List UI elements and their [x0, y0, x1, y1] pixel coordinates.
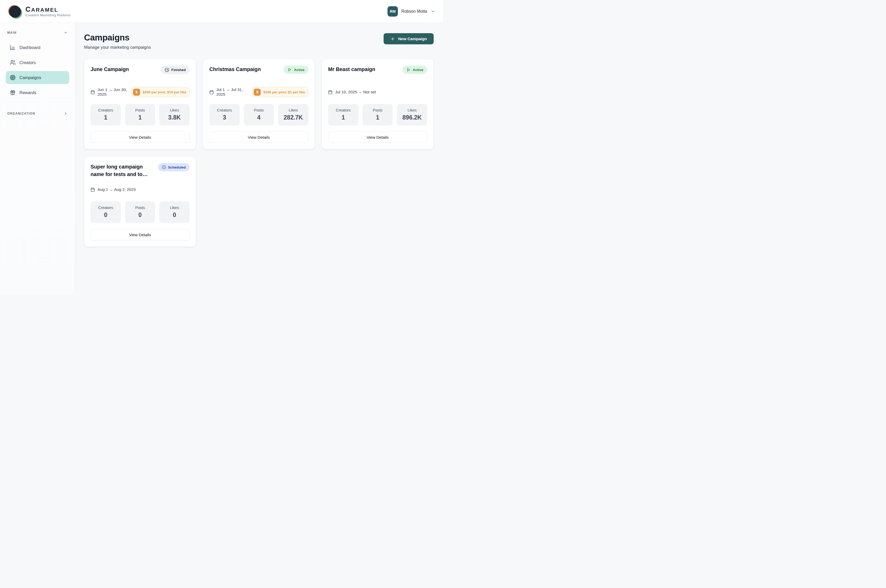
stat-likes: Likes 282.7K: [278, 104, 308, 126]
status-badge: Finished: [161, 66, 189, 74]
stat-label-likes: Likes: [161, 206, 188, 210]
check-circle-icon: [165, 68, 169, 72]
stat-label-creators: Creators: [93, 206, 119, 210]
stat-value-posts: 4: [246, 114, 272, 121]
stat-posts: Posts 4: [244, 104, 274, 126]
dollar-icon: $: [254, 88, 261, 96]
rate-text: $100 per post, $1 per like: [263, 90, 305, 94]
sidebar-item-campaigns[interactable]: Campaigns: [6, 71, 69, 84]
rate-text: $250 per post, $10 per like: [143, 90, 186, 94]
main-content: Campaigns Manage your marketing campaign…: [75, 23, 443, 294]
stat-value-creators: 1: [330, 114, 356, 121]
view-details-button[interactable]: View Details: [328, 132, 427, 143]
status-label: Scheduled: [168, 165, 186, 169]
calendar-icon: [90, 90, 95, 94]
stat-label-creators: Creators: [330, 108, 356, 112]
brand-logo: Caramel Creators Marketing Platform: [8, 4, 71, 18]
gift-icon: [10, 90, 15, 95]
bar-chart-icon: [10, 45, 15, 50]
campaign-title: Mr Beast campaign: [328, 66, 375, 73]
user-menu[interactable]: RM Robson Motta: [387, 6, 435, 16]
status-badge: Active: [402, 66, 427, 74]
campaign-dates: Jun 1 → Jun 30, 2025: [98, 87, 129, 97]
stat-label-posts: Posts: [127, 206, 153, 210]
stat-label-creators: Creators: [212, 108, 237, 112]
page-subtitle: Manage your marketing campaigns: [84, 45, 151, 50]
stat-label-likes: Likes: [280, 108, 306, 112]
stat-likes: Likes 896.2K: [397, 104, 427, 126]
stat-creators: Creators 1: [328, 104, 359, 126]
sidebar-section-organization[interactable]: ORGANIZATION: [6, 111, 69, 116]
stat-likes: Likes 3.8K: [159, 104, 189, 126]
campaign-dates: Jul 1 → Jul 31, 2025: [216, 87, 249, 97]
stat-creators: Creators 3: [209, 104, 240, 126]
rate-pill: $ $250 per post, $10 per like: [131, 87, 189, 97]
stat-value-posts: 1: [127, 114, 153, 121]
campaign-card: Mr Beast campaign Active Jul 10, 2025 → …: [321, 59, 434, 149]
sidebar-item-label: Rewards: [20, 90, 36, 95]
campaign-dates: Aug 1 → Aug 2, 2025: [98, 187, 136, 192]
sidebar-item-dashboard[interactable]: Dashboard: [6, 41, 69, 54]
user-name: Robson Motta: [401, 9, 427, 14]
new-campaign-label: New Campaign: [398, 36, 427, 41]
campaign-card: Super long campaign name for tests and t…: [84, 157, 196, 247]
chevron-down-icon: [63, 31, 68, 35]
stat-label-posts: Posts: [127, 108, 153, 112]
view-details-button[interactable]: View Details: [209, 132, 308, 143]
status-badge: Scheduled: [158, 163, 189, 171]
plus-icon: [390, 36, 395, 41]
stat-label-posts: Posts: [246, 108, 272, 112]
new-campaign-button[interactable]: New Campaign: [384, 33, 434, 44]
status-label: Active: [413, 68, 423, 72]
campaign-card: June Campaign Finished Jun 1 → Jun 30, 2…: [84, 59, 196, 149]
stat-posts: Posts 0: [125, 201, 155, 223]
chevron-down-icon: [431, 9, 435, 14]
stat-label-likes: Likes: [161, 108, 188, 112]
brand-name: Caramel: [26, 6, 71, 14]
page-title: Campaigns: [84, 33, 151, 42]
sidebar-section-organization-label: ORGANIZATION: [7, 112, 35, 116]
stat-value-posts: 1: [365, 114, 391, 121]
view-details-button[interactable]: View Details: [90, 132, 189, 143]
status-label: Finished: [171, 68, 186, 72]
stat-value-likes: 282.7K: [280, 114, 306, 121]
users-icon: [10, 60, 15, 65]
stat-posts: Posts 1: [363, 104, 393, 126]
calendar-icon: [90, 188, 95, 192]
campaign-dates: Jul 10, 2025 → Not set: [335, 90, 376, 94]
stat-creators: Creators 1: [90, 104, 121, 126]
stat-value-likes: 3.8K: [161, 114, 188, 121]
chevron-right-icon: [63, 111, 68, 116]
stat-creators: Creators 0: [90, 201, 121, 223]
brand-logo-icon: [8, 4, 22, 18]
calendar-icon: [328, 90, 332, 94]
sidebar-item-label: Dashboard: [20, 45, 41, 50]
sidebar-section-main-label: MAIN: [7, 31, 17, 34]
rate-pill: $ $100 per post, $1 per like: [252, 87, 308, 97]
sidebar-item-label: Campaigns: [20, 75, 41, 80]
play-icon: [288, 68, 292, 72]
campaigns-grid: June Campaign Finished Jun 1 → Jun 30, 2…: [84, 59, 434, 247]
stat-label-posts: Posts: [365, 108, 391, 112]
status-badge: Active: [284, 66, 308, 74]
stat-value-creators: 0: [93, 212, 119, 219]
sidebar: MAIN Dashboard Creators Campaigns: [0, 23, 75, 294]
target-icon: [10, 75, 15, 80]
dollar-icon: $: [133, 88, 140, 96]
stat-posts: Posts 1: [125, 104, 155, 126]
play-icon: [407, 68, 411, 72]
sidebar-item-rewards[interactable]: Rewards: [6, 86, 69, 99]
clock-icon: [162, 165, 166, 169]
campaign-title: Christmas Campaign: [209, 66, 261, 73]
avatar: RM: [387, 6, 398, 16]
top-bar: Caramel Creators Marketing Platform RM R…: [0, 0, 443, 23]
sidebar-item-creators[interactable]: Creators: [6, 56, 69, 69]
sidebar-section-main[interactable]: MAIN: [6, 31, 69, 35]
campaign-card: Christmas Campaign Active Jul 1 → Jul 31…: [203, 59, 315, 149]
sidebar-item-label: Creators: [20, 60, 36, 65]
view-details-button[interactable]: View Details: [90, 229, 189, 240]
stat-value-likes: 896.2K: [399, 114, 425, 121]
stat-value-creators: 3: [212, 114, 237, 121]
stat-likes: Likes 0: [159, 201, 189, 223]
stat-value-likes: 0: [161, 212, 188, 219]
